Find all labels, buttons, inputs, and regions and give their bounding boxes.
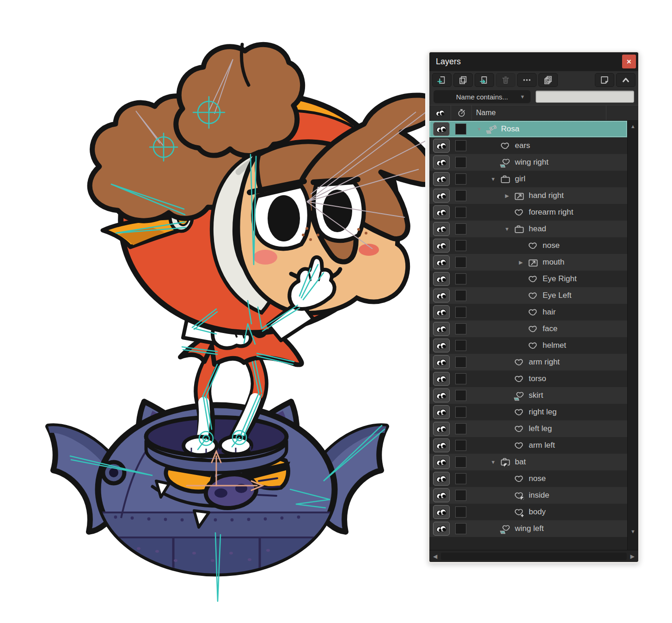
visibility-toggle[interactable] — [433, 189, 450, 203]
visibility-toggle[interactable] — [433, 455, 450, 469]
animation-checkbox[interactable] — [455, 140, 466, 151]
animation-checkbox[interactable] — [455, 323, 466, 334]
animation-checkbox[interactable] — [455, 307, 466, 318]
animation-checkbox[interactable] — [455, 173, 466, 185]
animation-checkbox[interactable] — [455, 240, 466, 251]
layer-row-mouth[interactable]: ▶mouth — [429, 254, 627, 271]
layer-row-bat[interactable]: ▼bat — [429, 454, 627, 470]
animation-checkbox[interactable] — [455, 357, 466, 368]
layer-row-nose[interactable]: nose — [429, 470, 627, 487]
visibility-toggle[interactable] — [433, 155, 450, 169]
layer-row-arm-left[interactable]: arm left — [429, 437, 627, 454]
layer-row-helmet[interactable]: helmet — [429, 337, 627, 354]
horizontal-scroll-track[interactable] — [441, 553, 627, 560]
animation-checkbox[interactable] — [455, 407, 466, 418]
layer-row-ears[interactable]: ears — [429, 137, 627, 154]
layer-comps-button[interactable] — [538, 73, 558, 87]
vertical-scrollbar[interactable]: ▲ ▼ — [627, 121, 638, 550]
visibility-toggle[interactable] — [433, 272, 450, 286]
visibility-toggle[interactable] — [433, 122, 450, 136]
horizontal-scrollbar[interactable]: ◀ ▶ — [429, 550, 638, 562]
layer-row-hair[interactable]: hair — [429, 304, 627, 321]
close-button[interactable]: ✕ — [622, 55, 636, 68]
layer-row-rosa[interactable]: ▼Rosa — [429, 121, 627, 137]
new-layer-button[interactable] — [432, 73, 452, 87]
panel-titlebar[interactable]: Layers ✕ — [429, 52, 638, 71]
animation-checkbox[interactable] — [455, 490, 466, 501]
visibility-toggle[interactable] — [433, 339, 450, 352]
animation-checkbox[interactable] — [455, 523, 466, 534]
scroll-up-arrow[interactable]: ▲ — [628, 123, 638, 129]
visibility-toggle[interactable] — [433, 488, 450, 502]
visibility-toggle[interactable] — [433, 289, 450, 302]
visibility-toggle[interactable] — [433, 522, 450, 536]
visibility-toggle[interactable] — [433, 405, 450, 419]
filter-mode-dropdown[interactable]: Name contains... ▼ — [434, 90, 531, 103]
animation-checkbox[interactable] — [455, 157, 466, 168]
visibility-toggle[interactable] — [433, 389, 450, 402]
visibility-toggle[interactable] — [433, 438, 450, 452]
layer-row-nose[interactable]: nose — [429, 237, 627, 254]
visibility-toggle[interactable] — [433, 222, 450, 236]
collapse-panel-button[interactable] — [616, 73, 635, 87]
collapse-arrow[interactable]: ▼ — [501, 226, 513, 232]
layer-row-skirt[interactable]: skirt — [429, 387, 627, 404]
layer-row-wing-right[interactable]: wing right — [429, 154, 627, 171]
detach-panel-button[interactable] — [595, 73, 614, 87]
layer-row-eye-right[interactable]: Eye Right — [429, 271, 627, 287]
animation-checkbox[interactable] — [455, 423, 466, 434]
layer-row-arm-right[interactable]: arm right — [429, 354, 627, 370]
scroll-right-arrow[interactable]: ▶ — [630, 553, 635, 560]
animation-checkbox[interactable] — [455, 123, 466, 135]
visibility-toggle[interactable] — [433, 472, 450, 486]
layer-row-eye-left[interactable]: Eye Left — [429, 287, 627, 304]
layer-row-inside[interactable]: inside — [429, 487, 627, 504]
visibility-toggle[interactable] — [433, 322, 450, 336]
duplicate-layer-button[interactable] — [453, 73, 473, 87]
animation-checkbox[interactable] — [455, 506, 466, 518]
animation-checkbox[interactable] — [455, 390, 466, 401]
animation-checkbox[interactable] — [455, 257, 466, 268]
visibility-toggle[interactable] — [433, 355, 450, 369]
scroll-down-arrow[interactable]: ▼ — [628, 529, 638, 534]
animation-checkbox[interactable] — [455, 473, 466, 484]
animation-checkbox[interactable] — [455, 273, 466, 284]
layer-search-input[interactable] — [536, 91, 634, 103]
animation-checkbox[interactable] — [455, 207, 466, 218]
delete-layer-button[interactable] — [496, 73, 515, 87]
visibility-toggle[interactable] — [433, 255, 450, 269]
visibility-toggle[interactable] — [433, 305, 450, 319]
animation-checkbox[interactable] — [455, 190, 466, 201]
animation-checkbox[interactable] — [455, 290, 466, 301]
expand-arrow[interactable]: ▶ — [515, 259, 526, 265]
visibility-toggle[interactable] — [433, 139, 450, 153]
expand-arrow[interactable]: ▶ — [501, 193, 513, 199]
layer-row-wing-left[interactable]: wing left — [429, 520, 627, 537]
layer-row-right-leg[interactable]: right leg — [429, 404, 627, 420]
visibility-toggle[interactable] — [433, 205, 450, 219]
visibility-toggle[interactable] — [433, 505, 450, 519]
collapse-arrow[interactable]: ▼ — [474, 126, 485, 132]
layer-row-left-leg[interactable]: left leg — [429, 420, 627, 437]
animation-checkbox[interactable] — [455, 340, 466, 351]
layer-row-forearm-right[interactable]: forearm right — [429, 204, 627, 221]
layer-row-body[interactable]: body — [429, 504, 627, 520]
visibility-toggle[interactable] — [433, 422, 450, 436]
visibility-toggle[interactable] — [433, 372, 450, 386]
collapse-arrow[interactable]: ▼ — [488, 176, 499, 182]
scroll-left-arrow[interactable]: ◀ — [433, 553, 437, 560]
animation-checkbox[interactable] — [455, 440, 466, 451]
layer-row-head[interactable]: ▼head — [429, 221, 627, 237]
animation-checkbox[interactable] — [455, 456, 466, 468]
visibility-toggle[interactable] — [433, 172, 450, 186]
animation-checkbox[interactable] — [455, 373, 466, 384]
layer-row-hand-right[interactable]: ▶hand right — [429, 187, 627, 204]
layer-row-face[interactable]: face — [429, 321, 627, 337]
animation-checkbox[interactable] — [455, 223, 466, 234]
more-options-button[interactable] — [517, 73, 537, 87]
layer-row-torso[interactable]: torso — [429, 370, 627, 387]
export-layer-button[interactable] — [475, 73, 494, 87]
collapse-arrow[interactable]: ▼ — [488, 459, 499, 465]
layer-row-girl[interactable]: ▼girl — [429, 171, 627, 187]
visibility-toggle[interactable] — [433, 239, 450, 253]
